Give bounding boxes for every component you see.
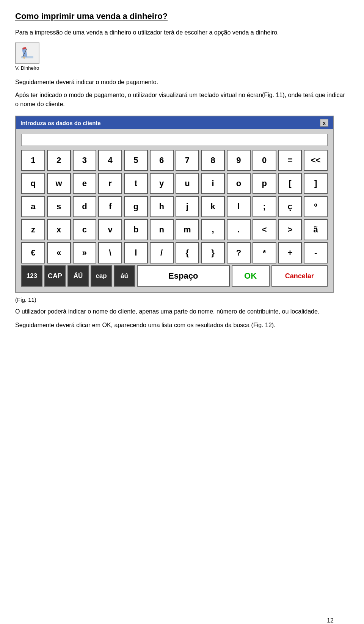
key-w[interactable]: w [47,173,71,194]
intro-paragraph: Para a impressão de uma venda a dinheiro… [15,28,349,37]
key-q[interactable]: q [21,173,45,194]
key-o[interactable]: o [227,173,251,194]
key-row-symbols: € « » \ l / { } ? * + - [21,242,328,263]
key-m[interactable]: m [176,219,199,240]
keyboard-titlebar: Introduza os dados do cliente x [16,116,333,129]
key-1[interactable]: 1 [21,150,45,171]
key-cancel[interactable]: Cancelar [271,265,328,287]
key-row-numbers: 1 2 3 4 5 6 7 8 9 0 = << [21,150,328,171]
description2: Seguidamente deverá clicar em OK, aparec… [15,320,349,330]
key-space[interactable]: Espaço [137,265,230,287]
key-9[interactable]: 9 [227,150,251,171]
key-5[interactable]: 5 [124,150,148,171]
key-laquo[interactable]: « [47,242,71,263]
key-x[interactable]: x [47,219,71,240]
key-equals[interactable]: = [278,150,302,171]
key-t[interactable]: t [124,173,148,194]
key-c[interactable]: c [73,219,97,240]
keyboard-title: Introduza os dados do cliente [20,120,101,126]
key-atilde[interactable]: ã [304,219,328,240]
key-0[interactable]: 0 [253,150,276,171]
vdinheiro-label: V. Dinheiro [15,65,39,71]
key-7[interactable]: 7 [176,150,199,171]
key-ok[interactable]: OK [232,265,270,287]
key-row-function: 123 CAP ÁÚ cap áú Espaço OK Cancelar [21,265,328,287]
key-2[interactable]: 2 [47,150,71,171]
key-l2[interactable]: l [124,242,148,263]
key-3[interactable]: 3 [73,150,97,171]
key-ordinal[interactable]: º [304,196,328,217]
key-n[interactable]: n [150,219,174,240]
keyboard-close-button[interactable]: x [320,119,328,127]
key-lbrace[interactable]: { [176,242,199,263]
key-lt[interactable]: < [253,219,276,240]
key-lbracket[interactable]: [ [278,173,302,194]
key-d[interactable]: d [73,196,97,217]
key-u[interactable]: u [176,173,199,194]
key-comma[interactable]: , [201,219,225,240]
key-backslash[interactable]: \ [98,242,122,263]
page-title: Como imprimir uma venda a dinheiro? [15,11,349,21]
after-mode-text: Após ter indicado o modo de pagamento, o… [15,91,349,109]
key-ccedilla[interactable]: ç [278,196,302,217]
key-b[interactable]: b [124,219,148,240]
key-s[interactable]: s [47,196,71,217]
key-8[interactable]: 8 [201,150,225,171]
key-row-asdf: a s d f g h j k l ; ç º [21,196,328,217]
keyboard-rows: 1 2 3 4 5 6 7 8 9 0 = << q w e [21,150,328,287]
key-k[interactable]: k [201,196,225,217]
key-asterisk[interactable]: * [253,242,276,263]
key-gt[interactable]: > [278,219,302,240]
key-rbrace[interactable]: } [201,242,225,263]
key-backspace[interactable]: << [304,150,328,171]
description1: O utilizador poderá indicar o nome do cl… [15,307,349,317]
key-v[interactable]: v [98,219,122,240]
key-123[interactable]: 123 [21,265,42,287]
key-CAP[interactable]: CAP [44,265,66,287]
vdinheiro-image: V. Dinheiro [15,42,349,71]
key-z[interactable]: z [21,219,45,240]
key-r[interactable]: r [98,173,122,194]
key-h[interactable]: h [150,196,174,217]
fig-label: (Fig. 11) [15,296,349,303]
after-intro-text: Seguidamente deverá indicar o modo de pa… [15,78,349,87]
key-p[interactable]: p [253,173,276,194]
key-AU-upper[interactable]: ÁÚ [67,265,89,287]
key-slash[interactable]: / [150,242,174,263]
key-cap-lower[interactable]: cap [91,265,112,287]
key-f[interactable]: f [98,196,122,217]
key-e[interactable]: e [73,173,97,194]
key-euro[interactable]: € [21,242,45,263]
key-y[interactable]: y [150,173,174,194]
keyboard-body: 1 2 3 4 5 6 7 8 9 0 = << q w e [16,129,333,292]
key-au-lower[interactable]: áú [114,265,135,287]
key-row-qwerty: q w e r t y u i o p [ ] [21,173,328,194]
key-j[interactable]: j [176,196,199,217]
key-row-zxcv: z x c v b n m , . < > ã [21,219,328,240]
key-l[interactable]: l [227,196,251,217]
key-6[interactable]: 6 [150,150,174,171]
key-plus[interactable]: + [278,242,302,263]
key-4[interactable]: 4 [98,150,122,171]
keyboard-input-field[interactable] [21,134,328,146]
key-rbracket[interactable]: ] [304,173,328,194]
key-minus[interactable]: - [304,242,328,263]
vdinheiro-icon [15,42,39,64]
key-i[interactable]: i [201,173,225,194]
key-g[interactable]: g [124,196,148,217]
key-semicolon[interactable]: ; [253,196,276,217]
key-question[interactable]: ? [227,242,251,263]
key-period[interactable]: . [227,219,251,240]
key-a[interactable]: a [21,196,45,217]
key-raquo[interactable]: » [73,242,97,263]
page-number: 12 [327,617,334,624]
keyboard-dialog: Introduza os dados do cliente x 1 2 3 4 … [15,116,334,293]
